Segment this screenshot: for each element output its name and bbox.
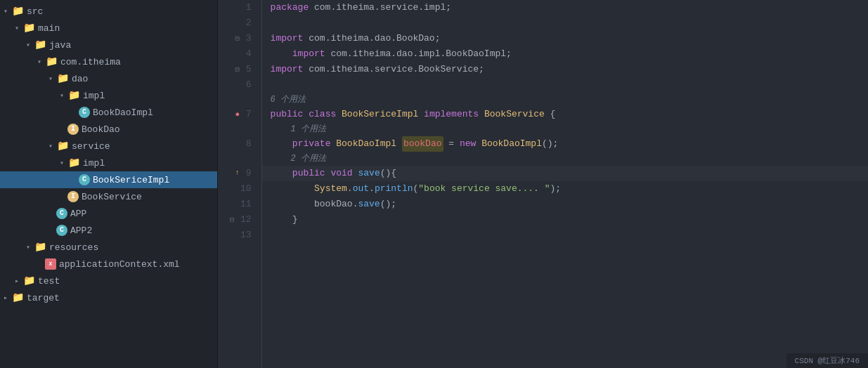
tree-icon-java: 📁 (34, 39, 46, 51)
arrow-icon: ↑ (232, 168, 243, 179)
tree-icon-dao: 📁 (56, 72, 69, 85)
token: new (460, 136, 476, 152)
bottom-bar: CSDN @红豆冰746 (786, 353, 868, 368)
tree-arrow-test (11, 277, 22, 285)
tree-icon-BookService: I (67, 191, 79, 202)
sidebar-item-main[interactable]: 📁main (0, 20, 217, 37)
sidebar-label-test: test (38, 276, 60, 287)
line-number: 13 (226, 228, 256, 243)
tree-icon-APP2: C (56, 225, 67, 236)
token: com.itheima.dao.BookDao; (303, 31, 440, 46)
line-number: 8 (226, 136, 256, 152)
token: System (314, 181, 347, 197)
sidebar-label-dao: dao (72, 74, 88, 84)
sidebar-item-APP2[interactable]: CAPP2 (0, 222, 217, 239)
sidebar-label-impl-service: impl (83, 158, 105, 169)
token: class (309, 107, 336, 122)
usage-hint: 6 个用法 (271, 93, 306, 107)
token (330, 136, 336, 152)
line-num-text: 8 (246, 136, 252, 152)
fold-icon: ⊟ (232, 33, 243, 44)
token: import (271, 62, 304, 77)
token: save (358, 166, 380, 181)
token: (){ (380, 166, 396, 181)
sidebar-item-impl-dao[interactable]: 📁impl (0, 87, 217, 104)
tree-icon-main: 📁 (22, 22, 35, 34)
code-line: 1 个用法 (262, 122, 868, 136)
tree-arrow-java (22, 41, 34, 49)
sidebar-label-BookSericeImpl: BookSericeImpl (93, 175, 169, 185)
token (325, 166, 331, 181)
sidebar-item-BookDao[interactable]: IBookDao (0, 121, 217, 138)
tree-arrow-com-itheima (34, 58, 45, 66)
token (479, 107, 484, 122)
line-num-text: 4 (246, 46, 252, 62)
code-editor: 12⊟34⊟56●78↑91011⊟1213 package com.ithei… (218, 0, 868, 368)
line-number (226, 122, 256, 136)
sidebar-label-target: target (27, 293, 60, 303)
line-num-text: 9 (246, 166, 252, 181)
token (396, 136, 402, 152)
line-number (226, 152, 256, 166)
token: bookDao. (271, 197, 358, 212)
line-num-text: 2 (246, 15, 252, 31)
tree-icon-src: 📁 (11, 5, 24, 18)
tree-icon-resources: 📁 (34, 241, 46, 254)
sidebar-item-APP[interactable]: CAPP (0, 205, 217, 222)
code-line: bookDao.save(); (262, 197, 868, 212)
sidebar-label-applicationContext: applicationContext.xml (59, 259, 180, 270)
code-line: 6 个用法 (262, 93, 868, 107)
token (476, 136, 481, 152)
token (303, 107, 309, 122)
sidebar-item-java[interactable]: 📁java (0, 37, 217, 53)
token: out (353, 181, 369, 197)
token: BookDaoImpl (336, 136, 396, 152)
line-num-text: 10 (240, 181, 252, 197)
line-number: ●7 (226, 107, 256, 122)
token: "book service save.... " (418, 181, 550, 197)
tree-arrow-src (0, 7, 11, 15)
sidebar-item-BookDaoImpl[interactable]: CBookDaoImpl (0, 104, 217, 121)
line-num-text: 5 (246, 62, 252, 77)
token: package (271, 0, 309, 15)
line-num-text: 3 (246, 31, 252, 46)
sidebar-item-dao[interactable]: 📁dao (0, 70, 217, 87)
sidebar-item-test[interactable]: 📁test (0, 272, 217, 289)
tree-icon-applicationContext: X (45, 258, 56, 270)
sidebar-item-applicationContext[interactable]: XapplicationContext.xml (0, 256, 217, 272)
line-number: 10 (226, 181, 256, 197)
line-number: 4 (226, 46, 256, 62)
tree-icon-APP: C (56, 208, 67, 219)
tree-arrow-dao (45, 74, 56, 83)
token: private (292, 136, 331, 152)
token: { (545, 107, 556, 122)
sidebar-label-resources: resources (49, 242, 98, 253)
file-tree[interactable]: 📁src📁main📁java📁com.itheima📁dao📁implCBook… (0, 0, 218, 368)
token: com.itheima.dao.impl.BookDaoImpl; (325, 46, 512, 62)
token: . (369, 181, 375, 197)
code-line: import com.itheima.service.BookService; (262, 62, 868, 77)
line-num-text: 6 (246, 77, 252, 93)
token (271, 136, 292, 152)
sidebar-item-BookService[interactable]: IBookService (0, 188, 217, 205)
sidebar-item-BookSericeImpl[interactable]: CBookSericeImpl (0, 171, 217, 188)
sidebar-item-com-itheima[interactable]: 📁com.itheima (0, 53, 217, 70)
tree-arrow-main (11, 24, 22, 32)
tree-arrow-resources (22, 243, 34, 251)
sidebar-item-service[interactable]: 📁service (0, 138, 217, 155)
sidebar-item-target[interactable]: 📁target (0, 289, 217, 306)
tree-arrow-impl-dao (56, 91, 67, 100)
sidebar-item-resources[interactable]: 📁resources (0, 239, 217, 256)
token: public (271, 107, 304, 122)
code-line: public void save(){ (262, 166, 868, 181)
token: println (375, 181, 413, 197)
line-num-text: 7 (246, 107, 252, 122)
line-number (226, 93, 256, 107)
code-lines: package com.itheima.service.impl;import … (262, 0, 868, 368)
sidebar-label-src: src (27, 6, 43, 17)
sidebar-label-java: java (49, 40, 71, 51)
line-number: ↑9 (226, 166, 256, 181)
tree-arrow-impl-service (56, 159, 67, 167)
sidebar-item-impl-service[interactable]: 📁impl (0, 155, 217, 171)
sidebar-item-src[interactable]: 📁src (0, 3, 217, 20)
